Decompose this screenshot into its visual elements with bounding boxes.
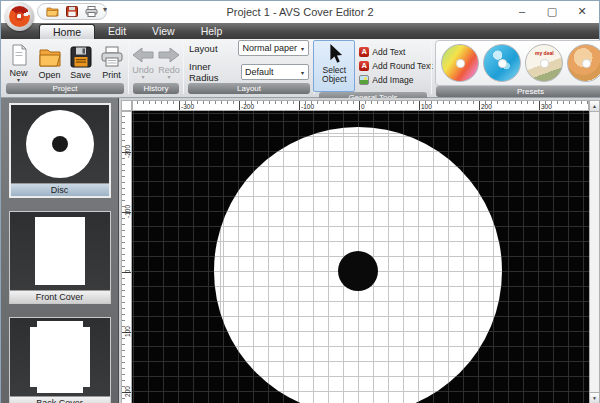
chevron-down-icon[interactable]: ▾	[297, 45, 308, 52]
disc-hole	[498, 59, 507, 68]
ruler-corner	[121, 100, 132, 111]
ribbon-group-project: New ▾ Open Save Print Project	[3, 40, 127, 96]
disc-center-hole	[338, 251, 378, 291]
scroll-up-icon[interactable]: ▲	[590, 101, 599, 112]
titlebar: ▾ Project 1 - AVS Cover Editor 2 – ▢ ✕	[1, 1, 599, 23]
redo-dropdown-caret: ▾	[167, 75, 170, 79]
inner-radius-field-label: Inner Radius	[189, 61, 241, 83]
ribbon-group-history: Undo ▾ Redo ▾ History	[130, 40, 182, 96]
add-round-text-button[interactable]: A Add Round Text	[359, 61, 432, 71]
new-dropdown-caret[interactable]: ▾	[17, 78, 20, 82]
pages-sidebar: Disc Front Cover Back Cover	[1, 98, 119, 403]
add-image-button[interactable]: Add Image	[359, 75, 432, 85]
group-separator	[183, 42, 184, 94]
close-button[interactable]: ✕	[567, 1, 597, 23]
save-floppy-icon	[70, 46, 92, 68]
chevron-down-icon[interactable]: ▾	[297, 69, 308, 76]
app-logo-icon[interactable]	[5, 2, 34, 31]
sidebar-item-back-cover[interactable]: Back Cover	[9, 317, 111, 403]
disc-hole	[456, 59, 465, 68]
text-icon: A	[359, 47, 369, 57]
redo-button[interactable]: Redo ▾	[156, 44, 182, 79]
preset-gallery: my deal	[435, 40, 600, 86]
cursor-arrow-icon	[325, 43, 343, 65]
select-object-button[interactable]: Select Object	[313, 40, 355, 92]
inner-radius-select[interactable]: Default ▾	[241, 64, 309, 80]
main-area: Disc Front Cover Back Cover -300 -200 -1…	[1, 98, 600, 403]
scroll-down-icon[interactable]: ▼	[590, 392, 599, 403]
disc-thumbnail	[26, 110, 94, 178]
ribbon: New ▾ Open Save Print Project	[1, 39, 599, 98]
back-cover-thumbnail	[37, 321, 83, 393]
horizontal-ruler: -300 -200 -100 0 100 200 300	[132, 100, 589, 111]
vertical-ruler: -200 -100 0 100 200	[121, 111, 132, 403]
open-folder-icon	[38, 46, 62, 68]
preset-disc-blue[interactable]	[483, 44, 521, 82]
tab-help[interactable]: Help	[188, 24, 236, 39]
save-button[interactable]: Save	[65, 43, 96, 80]
round-text-icon: A	[359, 61, 369, 71]
new-button[interactable]: New ▾	[3, 41, 34, 82]
group-caption-project: Project	[6, 83, 124, 94]
tab-home[interactable]: Home	[39, 24, 95, 39]
layout-field-label: Layout	[189, 43, 238, 54]
ribbon-group-presets: my deal ▲ ▼ ▼ Presets	[433, 40, 600, 96]
sidebar-item-disc[interactable]: Disc	[9, 103, 111, 198]
disc-hole	[540, 59, 549, 68]
disc-object[interactable]	[214, 127, 502, 403]
print-button[interactable]: Print	[96, 43, 127, 80]
open-button[interactable]: Open	[34, 43, 65, 80]
vertical-scrollbar[interactable]: ▲ ▼	[589, 100, 600, 403]
undo-dropdown-caret: ▾	[141, 75, 144, 79]
image-icon	[359, 75, 369, 85]
group-caption-presets: Presets	[436, 86, 600, 97]
new-document-icon	[9, 44, 29, 66]
disc-hole	[582, 59, 591, 68]
layout-select[interactable]: Normal paper ▾	[238, 40, 309, 56]
print-printer-icon	[100, 46, 124, 68]
undo-button[interactable]: Undo ▾	[130, 44, 156, 79]
preset-disc-orange[interactable]	[567, 44, 600, 82]
add-text-button[interactable]: A Add Text	[359, 47, 432, 57]
group-separator	[431, 42, 432, 94]
sidebar-item-front-cover[interactable]: Front Cover	[9, 211, 111, 304]
preset-disc-rainbow[interactable]	[441, 44, 479, 82]
undo-arrow-icon	[132, 47, 154, 63]
group-separator	[128, 42, 129, 94]
canvas-workarea: -300 -200 -100 0 100 200 300 -200 -100 0…	[119, 98, 600, 403]
app-window: ▾ Project 1 - AVS Cover Editor 2 – ▢ ✕ H…	[0, 0, 600, 403]
ribbon-group-layout: Layout Normal paper ▾ Inner Radius Defau…	[185, 40, 313, 96]
tab-edit[interactable]: Edit	[95, 24, 139, 39]
menu-tabstrip: Home Edit View Help	[1, 23, 599, 39]
preset-disc-my-deal[interactable]: my deal	[525, 44, 563, 82]
ribbon-group-general-tools: Select Object A Add Text A Add Round Tex…	[316, 40, 430, 96]
design-canvas[interactable]	[132, 111, 589, 403]
front-cover-thumbnail	[35, 217, 85, 285]
group-caption-layout: Layout	[188, 83, 310, 94]
maximize-button[interactable]: ▢	[537, 1, 567, 23]
tab-view[interactable]: View	[139, 24, 188, 39]
minimize-button[interactable]: –	[507, 1, 537, 23]
redo-arrow-icon	[158, 47, 180, 63]
group-caption-history: History	[133, 83, 179, 94]
